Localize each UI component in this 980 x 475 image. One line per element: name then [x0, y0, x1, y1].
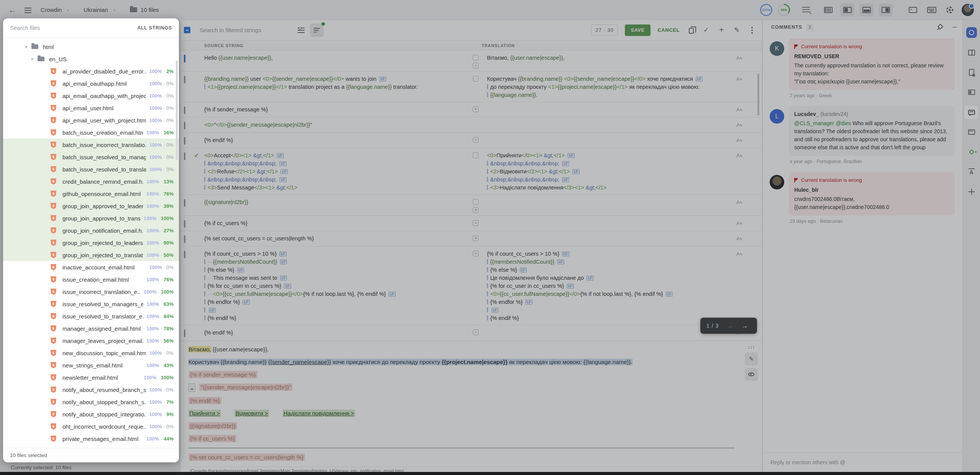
file-item[interactable]: 5issue_creation_email.html100% · 76% — [3, 273, 179, 286]
file-name: group_join_rejected_to_translat... — [62, 252, 143, 258]
file-name: new_strings_email.html — [62, 362, 143, 369]
file-tree-popover: ALL STRINGS ▾ html ▾ en_US 5ai_provider_… — [3, 18, 179, 462]
file-name: group_join_rejected_to_leaders.... — [62, 240, 143, 246]
html-file-icon: 5 — [51, 448, 56, 448]
html-file-icon: 5 — [51, 142, 56, 148]
file-progress: 100% · 90% — [146, 240, 174, 246]
folder-html[interactable]: ▾ html — [3, 41, 179, 53]
file-item[interactable]: 5newsletter_email.html100% · 100% — [3, 371, 179, 384]
file-item[interactable]: 5group_join_rejected_to_leaders....100% … — [3, 237, 179, 249]
file-progress: 100% · 63% — [146, 301, 174, 307]
file-item[interactable]: 5issue_incorrect_translation_e...100% · … — [3, 286, 179, 298]
file-progress: 100% · 56% — [146, 338, 174, 344]
file-item[interactable]: 5group_join_approved_to_transl...100% · … — [3, 212, 179, 224]
html-file-icon: 5 — [51, 191, 56, 197]
file-name: batch_issue_incorrect_translatio... — [62, 142, 146, 148]
file-item[interactable]: 5api_email_oauthapp.html100% · 0% — [3, 77, 179, 90]
file-item[interactable]: 5batch_issue_incorrect_translatio...100%… — [3, 139, 179, 151]
html-file-icon: 5 — [51, 387, 56, 393]
html-file-icon: 5 — [51, 350, 56, 356]
html-file-icon: 5 — [51, 338, 56, 344]
file-name: api_email_oauthapp_with_projec... — [62, 93, 146, 99]
html-file-icon: 5 — [51, 240, 56, 246]
file-progress: 100% · 0% — [149, 81, 174, 87]
file-name: issue_incorrect_translation_e... — [62, 289, 141, 295]
all-strings-button[interactable]: ALL STRINGS — [137, 25, 172, 31]
file-name: ai_provider_disabled_due_error.... — [62, 68, 146, 75]
file-progress: 100% · 0% — [149, 118, 174, 123]
file-item[interactable]: 5issue_resolved_to_translator_e...100% ·… — [3, 310, 179, 322]
file-progress: 100% · 27% — [146, 228, 174, 233]
file-name: new_discussion_topic_email.html — [62, 350, 146, 356]
file-item[interactable]: 5manager_assigned_email.html100% · 78% — [3, 322, 179, 335]
html-file-icon: 5 — [51, 374, 56, 381]
folder-en-us[interactable]: ▾ en_US — [3, 53, 179, 65]
file-item[interactable]: 5new_strings_email.html100% · 43% — [3, 359, 179, 371]
file-progress: 100% · 44% — [146, 436, 174, 442]
file-item[interactable]: 5batch_issue_resolved_to_manag...100% · … — [3, 151, 179, 163]
file-progress: 100% · 0% — [149, 387, 174, 393]
file-progress: 100% · 84% — [146, 313, 174, 319]
file-item[interactable]: 5new_discussion_topic_email.html100% · 0… — [3, 347, 179, 359]
html-file-icon: 5 — [51, 411, 56, 418]
file-progress: 100% · 76% — [146, 277, 174, 282]
file-item[interactable]: 5ai_provider_disabled_due_error....100% … — [3, 65, 179, 77]
file-item[interactable]: 5api_email_user_with_project.html100% · … — [3, 114, 179, 126]
file-progress: 100% · 13% — [146, 179, 174, 184]
popover-scrollbar[interactable] — [176, 60, 178, 160]
file-progress: 100% · 100% — [144, 375, 174, 380]
file-progress: 100% · 0% — [149, 93, 174, 99]
file-item[interactable]: 5manager_leaves_project_email....100% · … — [3, 335, 179, 347]
file-list: 5ai_provider_disabled_due_error....100% … — [3, 65, 179, 448]
file-search-input[interactable] — [10, 24, 137, 31]
file-progress: 100% · 78% — [146, 326, 174, 331]
caret-down-icon[interactable]: ▾ — [29, 57, 35, 62]
file-progress: 100% · 0% — [149, 424, 174, 429]
file-item[interactable]: 5credit_balance_remind_email.h...100% · … — [3, 175, 179, 188]
html-file-icon: 5 — [51, 80, 56, 87]
html-file-icon: 5 — [51, 289, 56, 295]
file-name: group_join_approved_to_leader... — [62, 203, 143, 209]
file-item[interactable]: 5notify_about_stopped_branch_s...100% · … — [3, 396, 179, 408]
file-name: credit_balance_remind_email.h... — [62, 178, 143, 185]
file-item[interactable]: 5notify_about_stopped_integratio...100% … — [3, 408, 179, 420]
file-name: issue_resolved_to_translator_e... — [62, 313, 143, 320]
folder-icon — [31, 44, 38, 49]
file-name: issue_resolved_to_managers_e... — [62, 301, 143, 307]
file-item[interactable]: 5batch_issue_creation_email.html100% · 1… — [3, 126, 179, 139]
html-file-icon: 5 — [51, 129, 56, 136]
file-item[interactable]: 5notify_about_resumed_branch_s...100% · … — [3, 384, 179, 396]
file-item[interactable]: 5issue_resolved_to_managers_e...100% · 6… — [3, 298, 179, 310]
file-name: newsletter_email.html — [62, 374, 141, 381]
file-item[interactable]: 5private_messages_email.html100% · 44% — [3, 433, 179, 445]
file-progress: 100% · 100% — [144, 215, 174, 221]
file-item[interactable]: 5api_email_oauthapp_with_projec...100% ·… — [3, 90, 179, 102]
file-name: notify_about_resumed_branch_s... — [62, 387, 146, 393]
file-item[interactable]: 5batch_issue_resolved_to_transla...100% … — [3, 163, 179, 175]
file-name: issue_creation_email.html — [62, 276, 143, 283]
files-selected-footer: 10 files selected — [3, 448, 179, 462]
file-name: group_join_notification_email.h... — [62, 227, 143, 234]
file-progress: 100% · 100% — [144, 289, 174, 295]
file-name: notify_about_stopped_integratio... — [62, 411, 146, 418]
file-item[interactable]: 5group_join_notification_email.h...100% … — [3, 224, 179, 237]
file-item[interactable]: 5oht_incorrect_wordcount_reque...100% · … — [3, 420, 179, 433]
file-item[interactable]: 5inactive_account_email.html100% · 0% — [3, 261, 179, 273]
file-name: github_opensource_email.html — [62, 191, 143, 197]
file-progress: 100% · 0% — [149, 166, 174, 172]
html-file-icon: 5 — [51, 362, 56, 369]
html-file-icon: 5 — [51, 436, 56, 442]
file-progress: 100% · 0% — [149, 264, 174, 270]
file-progress: 100% · 16% — [146, 130, 174, 135]
file-name: oht_incorrect_wordcount_reque... — [62, 423, 146, 430]
file-item[interactable]: 5group_join_approved_to_leader...100% · … — [3, 200, 179, 212]
html-file-icon: 5 — [51, 399, 56, 405]
file-progress: 100% · 2% — [149, 69, 174, 74]
file-item[interactable]: 5private_project_notification_ema...100%… — [3, 445, 179, 448]
file-item[interactable]: 5api_email_user.html100% · 0% — [3, 102, 179, 114]
file-name: manager_leaves_project_email.... — [62, 338, 143, 344]
file-item[interactable]: 5github_opensource_email.html100% · 76% — [3, 188, 179, 200]
caret-down-icon[interactable]: ▾ — [23, 44, 29, 49]
file-name: api_email_user.html — [62, 105, 146, 111]
file-item[interactable]: 5group_join_rejected_to_translat...100% … — [3, 249, 179, 261]
